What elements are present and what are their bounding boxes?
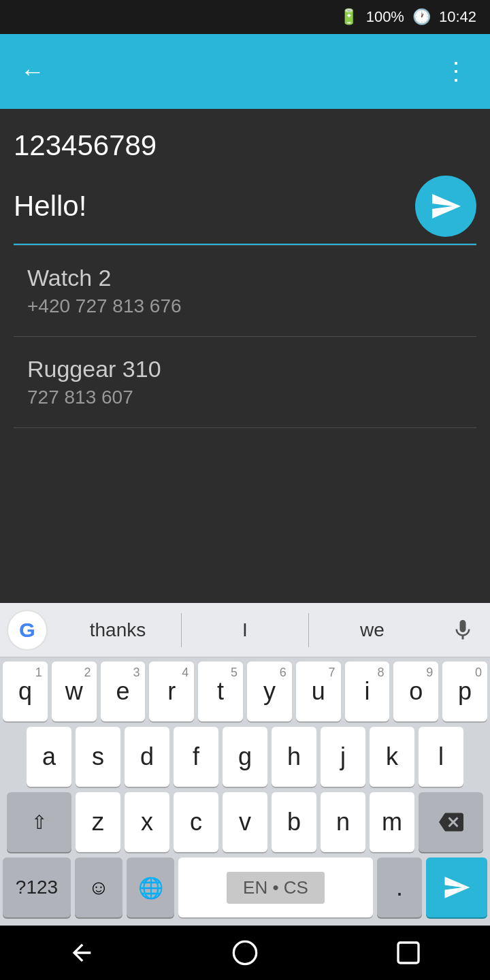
suggestion-word-2[interactable]: I <box>182 603 308 657</box>
key-e-num: 3 <box>133 666 140 680</box>
key-z-letter: z <box>92 808 104 836</box>
message-input[interactable] <box>14 190 402 223</box>
key-n-letter: n <box>336 808 350 836</box>
backspace-button[interactable] <box>419 792 483 852</box>
key-x-letter: x <box>141 808 153 836</box>
contact-phone-ruggear: 727 813 607 <box>27 387 463 408</box>
key-t[interactable]: 5 t <box>198 662 243 721</box>
key-g[interactable]: g <box>223 727 267 787</box>
key-r-letter: r <box>167 677 176 706</box>
key-p[interactable]: 0 p <box>442 662 487 721</box>
key-i-letter: i <box>364 677 370 706</box>
space-label: EN • CS <box>227 872 325 904</box>
key-r-num: 4 <box>182 666 189 680</box>
app-bar: ← ⋮ <box>0 34 490 109</box>
nav-home-button[interactable] <box>231 939 259 966</box>
dot-label: . <box>396 873 403 902</box>
nav-bar <box>0 926 490 980</box>
emoji-icon: ☺ <box>88 876 110 899</box>
nav-home-icon <box>231 939 259 966</box>
key-w-num: 2 <box>84 666 91 680</box>
battery-icon: 🔋 <box>340 8 358 26</box>
contact-item-ruggear[interactable]: Ruggear 310 727 813 607 <box>14 337 476 427</box>
num-sym-label: ?123 <box>16 877 58 898</box>
key-r[interactable]: 4 r <box>149 662 194 721</box>
key-m[interactable]: m <box>370 792 414 852</box>
key-p-letter: p <box>458 677 472 706</box>
key-a[interactable]: a <box>27 727 71 787</box>
mic-button[interactable] <box>442 610 483 651</box>
globe-button[interactable]: 🌐 <box>127 858 174 917</box>
key-u-letter: u <box>312 677 325 706</box>
emoji-button[interactable]: ☺ <box>75 858 122 917</box>
status-time: 10:42 <box>439 8 476 26</box>
key-n[interactable]: n <box>321 792 365 852</box>
num-sym-button[interactable]: ?123 <box>3 858 71 917</box>
key-o[interactable]: 9 o <box>393 662 438 721</box>
space-button[interactable]: EN • CS <box>178 858 373 917</box>
key-q-num: 1 <box>35 666 42 680</box>
key-c[interactable]: c <box>174 792 218 852</box>
key-j-letter: j <box>340 742 346 771</box>
key-q-letter: q <box>18 677 32 706</box>
key-w[interactable]: 2 w <box>52 662 97 721</box>
key-z[interactable]: z <box>76 792 120 852</box>
key-o-num: 9 <box>426 666 433 680</box>
key-row-2: a s d f g h j k l <box>3 727 487 787</box>
key-h[interactable]: h <box>272 727 316 787</box>
key-row-1: 1 q 2 w 3 e 4 r 5 t 6 y <box>3 662 487 721</box>
key-x[interactable]: x <box>125 792 169 852</box>
shift-icon: ⇧ <box>31 811 47 834</box>
key-t-num: 5 <box>231 666 238 680</box>
key-l-letter: l <box>438 742 444 771</box>
battery-percent: 100% <box>366 8 404 26</box>
key-e[interactable]: 3 e <box>101 662 146 721</box>
key-j[interactable]: j <box>321 727 365 787</box>
key-q[interactable]: 1 q <box>3 662 48 721</box>
shift-button[interactable]: ⇧ <box>7 792 71 852</box>
dot-button[interactable]: . <box>377 858 422 917</box>
key-v-letter: v <box>239 808 251 836</box>
keyboard-area: G thanks I we 1 q 2 w <box>0 603 490 926</box>
key-k[interactable]: k <box>370 727 414 787</box>
keyboard-send-button[interactable] <box>426 858 487 917</box>
key-s[interactable]: s <box>76 727 120 787</box>
key-b-letter: b <box>287 808 301 836</box>
main-content: 123456789 Watch 2 +420 727 813 676 Rugge… <box>0 109 490 428</box>
key-i[interactable]: 8 i <box>345 662 390 721</box>
divider-3 <box>14 427 476 428</box>
nav-recents-button[interactable] <box>395 939 422 966</box>
key-k-letter: k <box>386 742 398 771</box>
key-g-letter: g <box>238 742 252 771</box>
contact-item-watch2[interactable]: Watch 2 +420 727 813 676 <box>14 246 476 336</box>
key-row-3: ⇧ z x c v b n m <box>3 792 487 852</box>
key-y[interactable]: 6 y <box>247 662 292 721</box>
key-y-num: 6 <box>280 666 287 680</box>
suggestion-word-1[interactable]: thanks <box>54 603 181 657</box>
suggestion-word-3[interactable]: we <box>309 603 436 657</box>
key-d[interactable]: d <box>125 727 169 787</box>
nav-back-button[interactable] <box>68 939 95 966</box>
key-p-num: 0 <box>475 666 482 680</box>
backspace-icon <box>439 810 463 834</box>
key-f-letter: f <box>193 742 199 771</box>
send-icon <box>429 190 462 223</box>
key-d-letter: d <box>140 742 154 771</box>
keyboard-rows: 1 q 2 w 3 e 4 r 5 t 6 y <box>0 657 490 926</box>
key-o-letter: o <box>409 677 423 706</box>
keyboard-send-icon <box>442 873 471 902</box>
key-v[interactable]: v <box>223 792 267 852</box>
key-l[interactable]: l <box>419 727 463 787</box>
key-h-letter: h <box>287 742 301 771</box>
key-u[interactable]: 7 u <box>296 662 341 721</box>
send-message-button[interactable] <box>415 176 476 237</box>
suggestion-words: thanks I we <box>54 603 436 657</box>
key-i-num: 8 <box>377 666 384 680</box>
key-y-letter: y <box>263 677 276 706</box>
mic-icon <box>451 618 475 642</box>
key-f[interactable]: f <box>174 727 218 787</box>
svg-point-0 <box>233 941 256 964</box>
back-button[interactable]: ← <box>20 57 45 86</box>
key-b[interactable]: b <box>272 792 316 852</box>
menu-button[interactable]: ⋮ <box>444 57 470 86</box>
